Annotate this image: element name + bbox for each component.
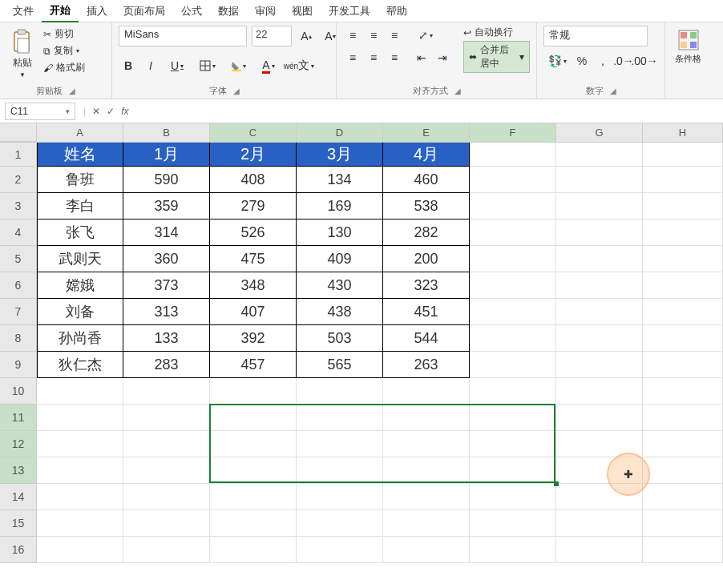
- orientation-button[interactable]: ⤢▾: [412, 26, 439, 45]
- cell-D7[interactable]: 438: [297, 299, 383, 325]
- col-header-E[interactable]: E: [383, 123, 470, 142]
- cell-D1[interactable]: 3月: [297, 143, 383, 167]
- col-header-A[interactable]: A: [37, 123, 123, 142]
- cell-C10[interactable]: [210, 378, 297, 405]
- cell-E11[interactable]: [383, 405, 470, 431]
- cell-G3[interactable]: [556, 193, 643, 219]
- col-header-H[interactable]: H: [643, 123, 723, 142]
- cell-C1[interactable]: 2月: [210, 143, 297, 167]
- cell-B5[interactable]: 360: [123, 246, 210, 272]
- col-header-D[interactable]: D: [297, 123, 383, 142]
- align-middle-icon[interactable]: ≡: [364, 26, 383, 45]
- cell-D3[interactable]: 169: [297, 193, 383, 219]
- cell-A8[interactable]: 孙尚香: [37, 325, 123, 352]
- cell-G7[interactable]: [556, 299, 643, 325]
- menu-item-7[interactable]: 视图: [284, 1, 321, 22]
- dialog-launcher-icon[interactable]: ◢: [69, 87, 75, 95]
- cell-E7[interactable]: 451: [383, 299, 470, 325]
- menu-item-2[interactable]: 插入: [79, 1, 115, 22]
- merge-center-button[interactable]: ⬌ 合并后居中 ▾: [463, 41, 530, 73]
- indent-decrease-icon[interactable]: ⇤: [412, 48, 431, 67]
- cell-B10[interactable]: [123, 378, 210, 405]
- cell-B9[interactable]: 283: [123, 352, 210, 378]
- menu-item-3[interactable]: 页面布局: [115, 1, 173, 22]
- cell-E8[interactable]: 544: [383, 325, 470, 352]
- menu-item-1[interactable]: 开始: [42, 0, 79, 22]
- spreadsheet-grid[interactable]: ABCDEFGH 1姓名1月2月3月4月2鲁班5904081344603李白35…: [0, 123, 723, 563]
- cell-H1[interactable]: [643, 143, 723, 167]
- font-color-button[interactable]: A▾: [255, 56, 282, 75]
- cell-A10[interactable]: [37, 378, 123, 405]
- row-header-4[interactable]: 4: [0, 219, 37, 246]
- underline-button[interactable]: U▾: [164, 56, 191, 75]
- cell-F14[interactable]: [470, 484, 556, 510]
- fill-color-button[interactable]: ▾: [224, 56, 252, 75]
- wrap-text-button[interactable]: ↩ 自动换行: [463, 26, 530, 39]
- name-box[interactable]: C11 ▾: [5, 103, 75, 120]
- menu-item-6[interactable]: 审阅: [247, 1, 284, 22]
- cell-C8[interactable]: 392: [210, 325, 297, 352]
- row-header-5[interactable]: 5: [0, 246, 37, 272]
- row-header-7[interactable]: 7: [0, 299, 37, 325]
- cell-B2[interactable]: 590: [123, 167, 210, 193]
- number-format-select[interactable]: 常规: [543, 26, 648, 46]
- dialog-launcher-icon[interactable]: ◢: [454, 87, 461, 95]
- cell-H12[interactable]: [643, 431, 723, 457]
- align-top-icon[interactable]: ≡: [343, 26, 362, 45]
- cell-B16[interactable]: [123, 537, 210, 563]
- cell-A3[interactable]: 李白: [37, 193, 123, 219]
- cell-G10[interactable]: [556, 378, 643, 405]
- comma-button[interactable]: ,: [593, 51, 612, 70]
- cell-D9[interactable]: 565: [297, 352, 383, 378]
- row-header-13[interactable]: 13: [0, 457, 37, 484]
- cut-button[interactable]: ✂ 剪切: [43, 27, 85, 41]
- align-right-icon[interactable]: ≡: [385, 48, 404, 67]
- dialog-launcher-icon[interactable]: ◢: [233, 87, 240, 95]
- cell-A12[interactable]: [37, 431, 123, 457]
- cell-G16[interactable]: [556, 537, 643, 563]
- cell-E13[interactable]: [383, 457, 470, 484]
- cell-A2[interactable]: 鲁班: [37, 167, 123, 193]
- cell-C2[interactable]: 408: [210, 167, 297, 193]
- cell-A7[interactable]: 刘备: [37, 299, 123, 325]
- cell-G15[interactable]: [556, 510, 643, 537]
- col-header-B[interactable]: B: [123, 123, 210, 142]
- cell-F13[interactable]: [470, 457, 556, 484]
- cell-C13[interactable]: [210, 457, 297, 484]
- cell-D2[interactable]: 134: [297, 167, 383, 193]
- align-bottom-icon[interactable]: ≡: [385, 26, 404, 45]
- paste-button[interactable]: 粘贴 ▼: [6, 26, 38, 82]
- cell-H11[interactable]: [643, 405, 723, 431]
- cell-C5[interactable]: 475: [210, 246, 297, 272]
- fx-icon[interactable]: fx: [118, 106, 131, 117]
- italic-button[interactable]: I: [141, 56, 160, 75]
- cell-G8[interactable]: [556, 325, 643, 352]
- cell-C7[interactable]: 407: [210, 299, 297, 325]
- cell-A6[interactable]: 嫦娥: [37, 272, 123, 299]
- cell-F11[interactable]: [470, 405, 556, 431]
- cell-B14[interactable]: [123, 484, 210, 510]
- cell-E6[interactable]: 323: [383, 272, 470, 299]
- cell-H9[interactable]: [643, 352, 723, 378]
- cell-G4[interactable]: [556, 219, 643, 246]
- cell-C11[interactable]: [210, 405, 297, 431]
- cell-F16[interactable]: [470, 537, 556, 563]
- menu-item-8[interactable]: 开发工具: [321, 1, 378, 22]
- font-size-select[interactable]: 22: [252, 26, 292, 46]
- cell-F5[interactable]: [470, 246, 556, 272]
- select-all-corner[interactable]: [0, 123, 37, 142]
- cell-H4[interactable]: [643, 219, 723, 246]
- row-header-12[interactable]: 12: [0, 431, 37, 457]
- row-header-14[interactable]: 14: [0, 484, 37, 510]
- row-header-2[interactable]: 2: [0, 167, 37, 193]
- cell-H7[interactable]: [643, 299, 723, 325]
- row-header-15[interactable]: 15: [0, 510, 37, 537]
- col-header-F[interactable]: F: [470, 123, 556, 142]
- cell-B15[interactable]: [123, 510, 210, 537]
- menu-item-0[interactable]: 文件: [5, 1, 42, 22]
- cell-E4[interactable]: 282: [383, 219, 470, 246]
- font-name-select[interactable]: MiSans: [119, 26, 247, 46]
- cell-D14[interactable]: [297, 484, 383, 510]
- cell-B1[interactable]: 1月: [123, 143, 210, 167]
- formula-input[interactable]: [131, 103, 723, 120]
